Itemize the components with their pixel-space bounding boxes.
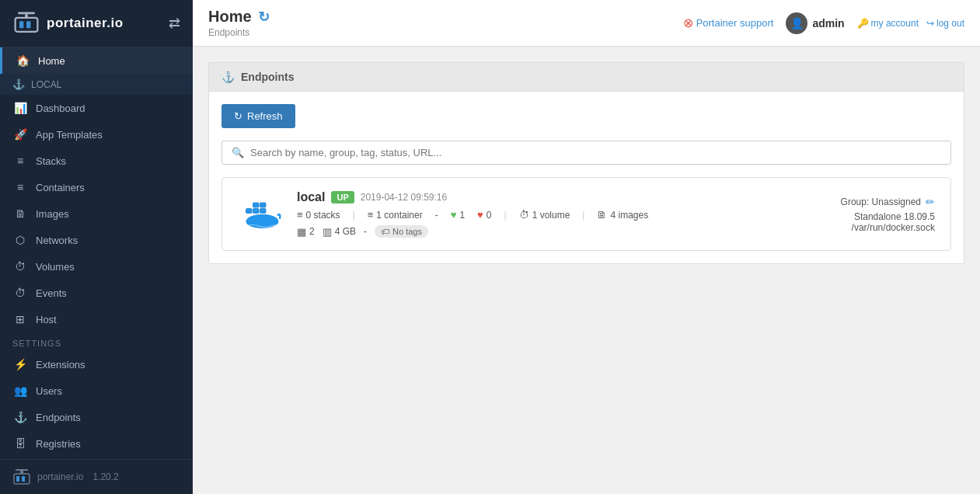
tag-icon: 🏷 (381, 227, 389, 236)
endpoint-name: local (297, 190, 325, 204)
containers-stat: ≡ 1 container (368, 209, 423, 221)
separator-1: | (353, 210, 355, 221)
healthy-stat: ♥ 1 (451, 209, 465, 221)
volumes-stat: ⏱ 1 volume (519, 209, 570, 221)
search-input[interactable] (250, 147, 941, 158)
sidebar-item-home[interactable]: 🏠 Home (0, 47, 193, 74)
sidebar-item-stacks[interactable]: ≡ Stacks (0, 148, 193, 174)
log-out-label: log out (936, 18, 964, 29)
users-label: Users (36, 385, 180, 397)
images-icon: 🗎 (12, 207, 28, 220)
endpoints-section-body: ↻ Refresh 🔍 (208, 91, 964, 264)
healthy-count: 1 (459, 210, 465, 221)
host-label: Host (36, 314, 180, 325)
topbar: Home ↻ Endpoints ⊗ Portainer support 👤 a… (193, 0, 980, 47)
endpoint-stats: ≡ 0 stacks | ≡ 1 container - ♥ 1 (297, 209, 828, 221)
settings-section-header: SETTINGS (0, 332, 193, 351)
sidebar-item-users[interactable]: 👥 Users (0, 377, 193, 404)
stacks-stat-icon: ≡ (297, 209, 303, 221)
sidebar-item-endpoints[interactable]: ⚓ Endpoints (0, 404, 193, 430)
endpoints-nav-label: Endpoints (36, 412, 180, 423)
endpoint-timestamp: 2019-04-12 09:59:16 (361, 192, 447, 203)
healthy-heart-icon: ♥ (451, 209, 457, 221)
page-refresh-icon[interactable]: ↻ (258, 9, 270, 26)
svg-rect-3 (19, 21, 23, 28)
refresh-button-label: Refresh (247, 110, 283, 122)
local-section-header: ⚓ LOCAL (0, 74, 193, 95)
local-label: LOCAL (31, 79, 61, 90)
group-row: Group: Unassigned ✏ (841, 196, 935, 208)
containers-label: Containers (36, 182, 180, 193)
search-icon: 🔍 (232, 147, 244, 158)
stacks-icon: ≡ (12, 155, 28, 167)
sidebar-item-volumes[interactable]: ⏱ Volumes (0, 253, 193, 280)
svg-rect-14 (260, 208, 267, 213)
dashboard-label: Dashboard (36, 103, 180, 114)
registries-label: Registries (36, 438, 180, 450)
refresh-button-icon: ↻ (234, 110, 242, 122)
svg-rect-4 (26, 21, 30, 28)
sidebar-item-events[interactable]: ⏱ Events (0, 280, 193, 306)
sidebar-item-extensions[interactable]: ⚡ Extensions (0, 351, 193, 377)
endpoint-card[interactable]: local up 2019-04-12 09:59:16 ≡ 0 stacks … (221, 177, 951, 251)
sidebar: portainer.io ⇄ 🏠 Home ⚓ LOCAL 📊 Dashboar… (0, 0, 193, 494)
sidebar-item-networks[interactable]: ⬡ Networks (0, 227, 193, 253)
topbar-left: Home ↻ Endpoints (208, 8, 270, 38)
user-name: admin (812, 17, 844, 30)
containers-stat-icon: ≡ (368, 209, 374, 221)
sidebar-item-app-templates[interactable]: 🚀 App Templates (0, 121, 193, 148)
my-account-icon: 🔑 (857, 18, 869, 29)
no-tags-label: No tags (392, 227, 422, 236)
my-account-label: my account (871, 18, 919, 29)
images-stat-icon: 🗎 (597, 209, 607, 221)
events-label: Events (36, 287, 180, 299)
no-tags-badge: 🏷 No tags (375, 225, 428, 238)
socket-label: /var/run/docker.sock (841, 222, 935, 233)
endpoint-resources: ▦ 2 ▥ 4 GB - 🏷 No tags (297, 225, 828, 238)
svg-rect-0 (18, 12, 35, 15)
my-account-link[interactable]: 🔑 my account (857, 18, 919, 29)
endpoint-name-row: local up 2019-04-12 09:59:16 (297, 190, 828, 204)
unhealthy-heart-icon: ♥ (477, 209, 483, 221)
sidebar-logo[interactable]: portainer.io ⇄ (0, 0, 193, 47)
log-out-link[interactable]: ↪ log out (926, 18, 964, 29)
containers-count: 1 container (376, 210, 422, 221)
sidebar-item-host[interactable]: ⊞ Host (0, 306, 193, 332)
sidebar-footer: portainer.io 1.20.2 (0, 459, 193, 494)
user-actions: 🔑 my account ↪ log out (857, 18, 964, 29)
stacks-label: Stacks (36, 155, 180, 167)
networks-label: Networks (36, 235, 180, 246)
cpu-count: 2 (309, 226, 315, 237)
resource-dash: - (364, 226, 367, 237)
footer-logo-icon (12, 468, 31, 486)
support-link[interactable]: ⊗ Portainer support (683, 16, 774, 30)
sidebar-item-images[interactable]: 🗎 Images (0, 200, 193, 227)
refresh-button[interactable]: ↻ Refresh (221, 104, 295, 128)
endpoint-info: local up 2019-04-12 09:59:16 ≡ 0 stacks … (297, 190, 828, 238)
edit-icon[interactable]: ✏ (926, 196, 935, 208)
networks-icon: ⬡ (12, 234, 28, 246)
sidebar-home-label: Home (38, 55, 180, 67)
users-icon: 👥 (12, 384, 28, 397)
endpoints-section-header: ⚓ Endpoints (208, 62, 964, 91)
svg-point-11 (247, 214, 277, 226)
sidebar-item-dashboard[interactable]: 📊 Dashboard (0, 95, 193, 121)
memory-stat: ▥ 4 GB (323, 226, 356, 238)
svg-rect-13 (253, 208, 260, 213)
sidebar-item-registries[interactable]: 🗄 Registries (0, 430, 193, 457)
stacks-count: 0 stacks (306, 210, 340, 221)
standalone-label: Standalone 18.09.5 (841, 211, 935, 222)
svg-rect-9 (22, 476, 25, 482)
home-icon: 🏠 (15, 54, 30, 67)
sidebar-arrow-icon[interactable]: ⇄ (169, 15, 180, 32)
extensions-icon: ⚡ (12, 358, 28, 370)
dashboard-icon: 📊 (12, 102, 28, 114)
support-icon: ⊗ (683, 16, 693, 30)
svg-rect-15 (253, 203, 260, 207)
footer-version: 1.20.2 (92, 471, 118, 482)
registries-icon: 🗄 (12, 437, 28, 450)
sidebar-item-containers[interactable]: ≡ Containers (0, 174, 193, 200)
search-box[interactable]: 🔍 (221, 141, 951, 165)
app-templates-icon: 🚀 (12, 128, 28, 141)
volumes-label: Volumes (36, 261, 180, 273)
